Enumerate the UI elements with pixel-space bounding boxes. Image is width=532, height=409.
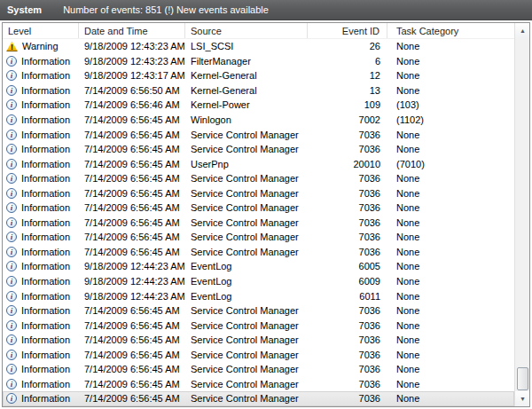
event-row[interactable]: i Information 7/14/2009 6:56:45 AM Servi… bbox=[3, 347, 514, 362]
level-label: Information bbox=[21, 393, 70, 404]
task-category-cell: None bbox=[387, 83, 514, 98]
level-cell: i Information bbox=[3, 142, 79, 157]
event-id-cell: 6005 bbox=[308, 259, 387, 274]
event-id-cell: 7036 bbox=[308, 201, 387, 216]
event-row[interactable]: i Information 7/14/2009 6:56:45 AM Servi… bbox=[3, 171, 514, 186]
column-header-event-id[interactable]: Event ID bbox=[308, 23, 387, 38]
event-row[interactable]: ! Warning 9/18/2009 12:43:23 AM LSI_SCSI… bbox=[3, 39, 514, 54]
level-cell: i Information bbox=[3, 245, 79, 260]
event-row[interactable]: i Information 7/14/2009 6:56:45 AM Servi… bbox=[3, 377, 514, 392]
event-row[interactable]: i Information 9/18/2009 12:43:17 AM Kern… bbox=[3, 68, 514, 83]
datetime-cell: 9/18/2009 12:43:23 AM bbox=[79, 39, 185, 54]
event-row[interactable]: i Information 7/14/2009 6:56:45 AM Servi… bbox=[3, 303, 514, 319]
column-header-source[interactable]: Source bbox=[185, 23, 308, 38]
event-id-cell: 7036 bbox=[308, 362, 387, 377]
level-cell: i Information bbox=[3, 201, 79, 216]
event-row[interactable]: i Information 7/14/2009 6:56:45 AM Servi… bbox=[3, 333, 514, 348]
level-label: Information bbox=[21, 85, 70, 96]
event-row[interactable]: i Information 7/14/2009 6:56:45 AM Servi… bbox=[3, 142, 514, 157]
event-row[interactable]: i Information 7/14/2009 6:56:45 AM Servi… bbox=[3, 127, 514, 142]
task-category-cell: None bbox=[387, 259, 514, 274]
level-label: Information bbox=[21, 202, 70, 213]
event-id-cell: 7036 bbox=[308, 333, 387, 348]
datetime-cell: 7/14/2009 6:56:50 AM bbox=[79, 83, 185, 98]
source-cell: Service Control Manager bbox=[185, 377, 308, 392]
event-row[interactable]: i Information 7/14/2009 6:56:45 AM UserP… bbox=[3, 156, 514, 171]
source-cell: Service Control Manager bbox=[185, 185, 308, 201]
event-id-cell: 109 bbox=[308, 98, 387, 113]
info-icon: i bbox=[6, 291, 17, 302]
datetime-cell: 7/14/2009 6:56:45 AM bbox=[79, 142, 185, 157]
event-row[interactable]: i Information 7/14/2009 6:56:45 AM Servi… bbox=[3, 230, 514, 245]
level-cell: i Information bbox=[3, 288, 79, 303]
event-row[interactable]: i Information 7/14/2009 6:56:46 AM Kerne… bbox=[3, 98, 514, 113]
source-cell: LSI_SCSI bbox=[185, 39, 308, 54]
level-cell: i Information bbox=[3, 83, 79, 98]
source-cell: Service Control Manager bbox=[185, 333, 308, 348]
info-icon: i bbox=[6, 202, 17, 213]
source-cell: Service Control Manager bbox=[185, 245, 308, 260]
task-category-cell: None bbox=[387, 39, 514, 54]
level-label: Information bbox=[21, 364, 70, 374]
warning-icon: ! bbox=[6, 41, 18, 51]
source-cell: Service Control Manager bbox=[185, 171, 308, 186]
datetime-cell: 7/14/2009 6:56:45 AM bbox=[79, 156, 185, 171]
level-label: Information bbox=[21, 247, 70, 257]
event-row[interactable]: i Information 7/14/2009 6:56:45 AM Servi… bbox=[3, 362, 514, 377]
scroll-down-icon[interactable]: ▼ bbox=[515, 391, 530, 406]
info-icon: i bbox=[6, 99, 17, 110]
event-row[interactable]: i Information 9/18/2009 12:44:23 AM Even… bbox=[3, 259, 514, 274]
event-id-cell: 7036 bbox=[308, 142, 387, 157]
event-row[interactable]: i Information 7/14/2009 6:56:45 AM Servi… bbox=[3, 391, 514, 406]
source-cell: Service Control Manager bbox=[185, 303, 308, 319]
source-cell: Service Control Manager bbox=[185, 391, 308, 406]
task-category-cell: None bbox=[387, 142, 514, 157]
level-cell: i Information bbox=[3, 347, 79, 362]
level-label: Warning bbox=[22, 41, 59, 51]
level-label: Information bbox=[21, 130, 70, 140]
event-row[interactable]: i Information 7/14/2009 6:56:45 AM Servi… bbox=[3, 216, 514, 231]
column-header-date-and-time[interactable]: Date and Time bbox=[79, 23, 185, 38]
info-icon: i bbox=[6, 261, 17, 271]
task-category-cell: None bbox=[387, 68, 514, 83]
event-row[interactable]: i Information 7/14/2009 6:56:45 AM Servi… bbox=[3, 318, 514, 333]
task-category-cell: None bbox=[387, 245, 514, 260]
event-id-cell: 6 bbox=[308, 54, 387, 69]
vertical-scrollbar[interactable]: ▲ ▼ bbox=[514, 23, 529, 406]
level-cell: i Information bbox=[3, 156, 79, 171]
event-row[interactable]: i Information 7/14/2009 6:56:45 AM Winlo… bbox=[3, 113, 514, 128]
datetime-cell: 9/18/2009 12:44:23 AM bbox=[79, 259, 185, 274]
event-count-status: Number of events: 851 (!) New events ava… bbox=[63, 4, 269, 15]
datetime-cell: 7/14/2009 6:56:45 AM bbox=[79, 230, 185, 245]
event-row[interactable]: i Information 9/18/2009 12:43:23 AM Filt… bbox=[3, 54, 514, 69]
info-icon: i bbox=[6, 320, 17, 331]
event-id-cell: 6009 bbox=[308, 274, 387, 289]
event-table-body: ! Warning 9/18/2009 12:43:23 AM LSI_SCSI… bbox=[3, 39, 514, 406]
event-row[interactable]: i Information 7/14/2009 6:56:45 AM Servi… bbox=[3, 201, 514, 216]
event-id-cell: 13 bbox=[308, 83, 387, 98]
event-row[interactable]: i Information 7/14/2009 6:56:45 AM Servi… bbox=[3, 185, 514, 201]
event-id-cell: 26 bbox=[308, 39, 387, 54]
level-label: Information bbox=[21, 232, 70, 242]
column-header-level[interactable]: Level bbox=[3, 23, 79, 38]
event-row[interactable]: i Information 7/14/2009 6:56:45 AM Servi… bbox=[3, 245, 514, 260]
level-cell: i Information bbox=[3, 333, 79, 348]
event-row[interactable]: i Information 9/18/2009 12:44:23 AM Even… bbox=[3, 288, 514, 303]
task-category-cell: None bbox=[387, 377, 514, 392]
level-cell: i Information bbox=[3, 185, 79, 201]
level-cell: i Information bbox=[3, 303, 79, 319]
event-row[interactable]: i Information 7/14/2009 6:56:50 AM Kerne… bbox=[3, 83, 514, 98]
task-category-cell: None bbox=[387, 391, 514, 406]
event-row[interactable]: i Information 9/18/2009 12:44:23 AM Even… bbox=[3, 274, 514, 289]
scrollbar-thumb[interactable] bbox=[517, 367, 528, 390]
level-cell: i Information bbox=[3, 318, 79, 333]
column-header-task-category[interactable]: Task Category bbox=[387, 23, 514, 38]
level-cell: i Information bbox=[3, 127, 79, 142]
info-icon: i bbox=[6, 159, 17, 169]
task-category-cell: (7010) bbox=[387, 156, 514, 171]
source-cell: Service Control Manager bbox=[185, 201, 308, 216]
scroll-up-icon[interactable]: ▲ bbox=[515, 23, 530, 38]
event-id-cell: 7036 bbox=[308, 185, 387, 201]
task-category-cell: (1102) bbox=[387, 113, 514, 128]
source-cell: EventLog bbox=[185, 259, 308, 274]
